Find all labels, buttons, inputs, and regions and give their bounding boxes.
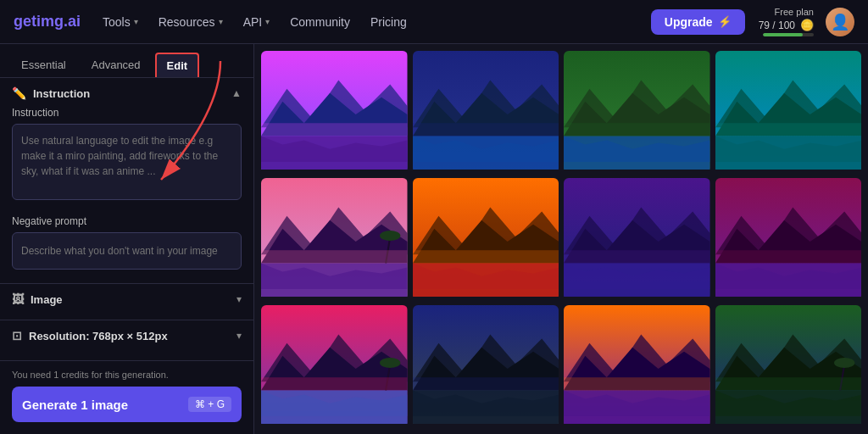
- instruction-section-label: Instruction: [33, 87, 90, 100]
- image-icon: 🖼: [12, 292, 24, 306]
- gallery-item[interactable]: [715, 178, 862, 300]
- tab-essential[interactable]: Essential: [10, 53, 77, 77]
- gallery-item[interactable]: [261, 51, 408, 173]
- svg-rect-43: [564, 250, 710, 263]
- avatar[interactable]: 👤: [826, 8, 854, 36]
- image-section-label: Image: [31, 293, 63, 306]
- svg-rect-57: [261, 377, 408, 390]
- svg-rect-49: [715, 250, 862, 263]
- gallery-item[interactable]: [413, 178, 559, 300]
- nav-api[interactable]: API ▾: [235, 10, 279, 34]
- header: getimg.ai Tools ▾ Resources ▾ API ▾ Comm…: [0, 0, 868, 44]
- api-chevron-icon: ▾: [265, 17, 270, 26]
- credits-fill: [763, 33, 803, 36]
- nav-resources[interactable]: Resources ▾: [150, 10, 231, 34]
- credits-note: You need 1 credits for this generation.: [12, 370, 242, 380]
- image-chevron-icon: ▾: [236, 293, 242, 305]
- shortcut-badge: ⌘ + G: [188, 397, 231, 412]
- neg-prompt-label: Negative prompt: [12, 215, 242, 227]
- gallery-item[interactable]: [261, 178, 408, 300]
- logo-text: getimg.ai: [14, 13, 81, 30]
- neg-prompt-input[interactable]: [12, 232, 242, 270]
- svg-point-30: [380, 231, 400, 241]
- svg-rect-37: [413, 250, 559, 263]
- resolution-icon: ⊡: [12, 329, 22, 342]
- sidebar: Essential Advanced Edit ✏️ Instruction ▲…: [0, 44, 254, 434]
- instruction-fields: Instruction Negative prompt: [0, 107, 253, 278]
- free-plan-info: Free plan 79 / 100 🪙: [759, 7, 814, 36]
- image-section: 🖼 Image ▾: [0, 283, 253, 314]
- tabs-row: Essential Advanced Edit: [0, 44, 253, 78]
- tab-advanced[interactable]: Advanced: [81, 53, 152, 77]
- main-content: Essential Advanced Edit ✏️ Instruction ▲…: [0, 44, 868, 434]
- tools-chevron-icon: ▾: [134, 17, 138, 26]
- resolution-section: ⊡ Resolution: 768px × 512px ▾: [0, 320, 253, 351]
- coins-icon: 🪙: [800, 19, 814, 31]
- instruction-chevron-icon: ▲: [231, 87, 242, 99]
- svg-rect-17: [564, 123, 710, 136]
- credits-count: 79 / 100: [759, 19, 795, 31]
- resolution-section-header[interactable]: ⊡ Resolution: 768px × 512px ▾: [0, 320, 253, 351]
- resources-chevron-icon: ▾: [219, 17, 223, 26]
- svg-rect-63: [413, 377, 559, 390]
- tab-edit[interactable]: Edit: [155, 53, 200, 77]
- gallery-item[interactable]: [715, 305, 862, 427]
- svg-rect-11: [413, 123, 559, 136]
- gallery-item[interactable]: [564, 178, 710, 300]
- resolution-chevron-icon: ▾: [236, 330, 242, 342]
- pencil-icon: ✏️: [12, 86, 26, 100]
- credits-bar: [763, 33, 814, 36]
- sidebar-footer: You need 1 credits for this generation. …: [0, 360, 253, 434]
- svg-rect-77: [715, 377, 862, 390]
- image-section-header[interactable]: 🖼 Image ▾: [0, 284, 253, 314]
- generate-button[interactable]: Generate 1 image ⌘ + G: [12, 387, 242, 422]
- nav-community[interactable]: Community: [281, 10, 359, 34]
- resolution-label: Resolution: 768px × 512px: [29, 330, 168, 342]
- gallery-item[interactable]: [715, 51, 862, 173]
- gallery-item[interactable]: [261, 305, 408, 427]
- svg-rect-23: [715, 123, 862, 136]
- nav-pricing[interactable]: Pricing: [362, 10, 415, 34]
- instruction-section-header[interactable]: ✏️ Instruction ▲: [0, 78, 253, 107]
- svg-point-56: [380, 358, 400, 368]
- upgrade-button[interactable]: Upgrade ⚡: [651, 9, 745, 35]
- gallery-item[interactable]: [564, 51, 710, 173]
- nav-tools[interactable]: Tools ▾: [94, 10, 147, 34]
- svg-point-76: [834, 358, 854, 368]
- instruction-textarea[interactable]: [12, 124, 242, 200]
- svg-rect-69: [564, 377, 710, 390]
- gallery-item[interactable]: [413, 305, 559, 427]
- gallery-item[interactable]: [413, 51, 559, 173]
- neg-prompt-section: Negative prompt: [12, 215, 242, 270]
- image-gallery: [254, 44, 868, 434]
- svg-rect-5: [261, 123, 408, 136]
- logo[interactable]: getimg.ai: [14, 13, 81, 31]
- bolt-icon: ⚡: [718, 15, 732, 28]
- instruction-field-label: Instruction: [12, 107, 242, 119]
- gallery-item[interactable]: [564, 305, 710, 427]
- svg-rect-31: [261, 250, 408, 263]
